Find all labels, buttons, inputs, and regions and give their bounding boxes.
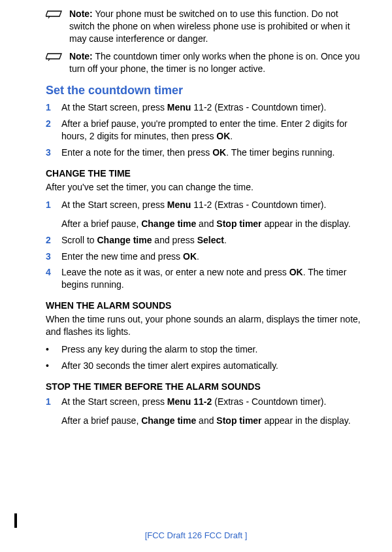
- subheading-change-time: CHANGE THE TIME: [46, 168, 366, 179]
- stop-step-1: 1 At the Start screen, press Menu 11-2 (…: [46, 396, 366, 427]
- subheading-alarm-sounds: WHEN THE ALARM SOUNDS: [46, 300, 366, 311]
- bullet-2: • After 30 seconds the timer alert expir…: [46, 360, 366, 372]
- note-2: Note: The countdown timer only works whe…: [46, 50, 366, 75]
- note-text: Note: Your phone must be switched on to …: [69, 8, 366, 45]
- change-step-1: 1 At the Start screen, press Menu 11-2 (…: [46, 199, 366, 230]
- step-2: 2 After a brief pause, you're prompted t…: [46, 118, 366, 143]
- note-1: Note: Your phone must be switched on to …: [46, 8, 366, 45]
- page-edge-marker: [14, 513, 17, 528]
- subheading-stop-timer: STOP THE TIMER BEFORE THE ALARM SOUNDS: [46, 381, 366, 392]
- note-icon: [46, 10, 69, 21]
- change-step-4: 4 Leave the note as it was, or enter a n…: [46, 266, 366, 291]
- step-3: 3 Enter a note for the timer, then press…: [46, 147, 366, 159]
- step-1: 1 At the Start screen, press Menu 11-2 (…: [46, 101, 366, 114]
- paragraph: When the time runs out, your phone sound…: [46, 313, 366, 338]
- bullet-1: • Press any key during the alarm to stop…: [46, 343, 366, 356]
- footer-text: [FCC Draft 126 FCC Draft ]: [0, 530, 392, 540]
- change-step-2: 2 Scroll to Change time and press Select…: [46, 234, 366, 247]
- note-icon: [46, 52, 69, 63]
- change-step-3: 3 Enter the new time and press OK.: [46, 250, 366, 263]
- svg-marker-0: [46, 11, 61, 16]
- note-text: Note: The countdown timer only works whe…: [69, 50, 366, 75]
- section-heading: Set the countdown timer: [46, 84, 366, 97]
- paragraph: After you've set the timer, you can chan…: [46, 181, 366, 194]
- svg-marker-2: [46, 54, 61, 59]
